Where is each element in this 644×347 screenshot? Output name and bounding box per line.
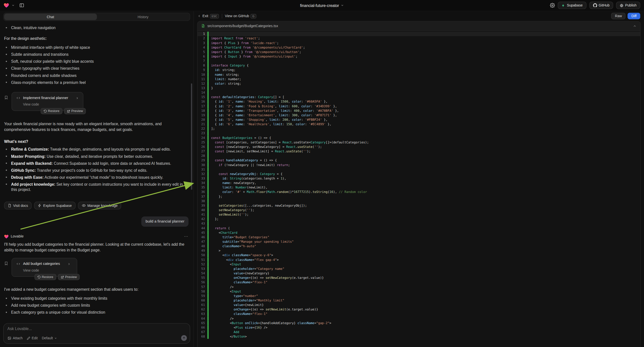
attach-button[interactable]: Attach [8,336,23,340]
code-line: 29 const handleAddCategory = () => { [198,158,640,162]
assistant-intro: I'll help you add budget categories to t… [4,242,188,253]
code-line: 49 > [198,248,640,253]
send-button[interactable] [181,335,187,341]
chevron-up-icon[interactable] [633,24,636,28]
line-number: 66 [198,325,208,330]
code-line: 9 id: string; [198,68,640,72]
bullet-item: Clean, intuitive navigation [11,25,189,30]
preview-button[interactable]: Preview [58,274,80,280]
bookmark-icon[interactable] [4,95,8,100]
view-code-link[interactable]: View code [23,268,73,273]
code-line: 28 [198,154,640,158]
code-line: 17 { id: '2', name: 'Food & Dining', lim… [198,104,640,108]
line-number: 49 [198,248,208,253]
github-label: GitHub [599,3,610,7]
line-number: 17 [198,104,208,108]
code-line: 64 /> [198,316,640,320]
raw-toggle-button[interactable]: Raw [612,13,626,19]
project-switcher[interactable]: financial-future-creator [300,3,344,8]
visit-docs-button[interactable]: Visit docs [4,202,32,209]
restore-button[interactable]: Restore [34,274,56,280]
line-number: 34 [198,181,208,185]
code-lines[interactable]: 12import React from 'react';3import { Pl… [198,31,640,347]
code-icon [16,262,20,266]
code-line: 30 if (!newCategory || !newLimit) return… [198,162,640,167]
message-more-options-button[interactable]: ⋯ [184,234,188,239]
external-link-icon [60,275,64,278]
view-on-github-label: View on GitHub [225,14,249,18]
line-number: 30 [198,162,208,167]
line-number: 36 [198,190,208,194]
line-number: 46 [198,235,208,240]
chat-input[interactable] [4,324,190,334]
code-panel: Exit ESC View on GitHub G Raw Diff [194,11,644,347]
file-code-icon [201,24,205,28]
github-icon [593,3,597,7]
publish-button[interactable]: Publish [616,2,640,9]
chat-message-list[interactable]: Clean, intuitive navigation For the desi… [0,21,194,320]
code-line: 66 <Plus size={16} /> [198,325,640,330]
supabase-bolt-icon [562,4,565,7]
line-number: 57 [198,284,208,289]
line-number: 6 [198,54,208,59]
code-line: 16 { id: '1', name: 'Housing', limit: 15… [198,99,640,104]
bullet-item: GitHub Sync: Transfer your project's cod… [11,168,189,173]
explore-supabase-button[interactable]: Explore Supabase [34,202,76,209]
settings-gear-icon[interactable] [550,3,555,8]
attach-label: Attach [13,336,23,340]
supabase-outline-icon [38,204,42,207]
bullet-item: Soft, neutral color palette with light b… [11,59,189,64]
exit-button[interactable]: Exit ESC [198,14,219,18]
design-bullet-list: Minimalist interface with plenty of whit… [4,45,188,85]
code-line: 57 /> [198,284,640,289]
code-line: 48 className="h-auto" [198,244,640,248]
github-button[interactable]: GitHub [589,2,613,9]
manage-knowledge-button[interactable]: Manage knowledge [78,202,121,209]
bookmark-icon[interactable] [4,261,8,266]
assistant-name: Lovable [11,234,24,239]
code-line: 61 value={newLimit} [198,303,640,307]
code-line: 44 return ( [198,226,640,230]
workspace-chevron-down-icon[interactable] [12,4,15,7]
restore-button[interactable]: Restore [40,108,62,114]
code-line: 12 color: string; [198,82,640,86]
exit-label: Exit [202,14,208,18]
chat-tabbar: Chat History [3,13,190,21]
line-number: 8 [198,63,208,68]
user-message: build a financial planner [142,216,188,226]
line-number: 43 [198,221,208,226]
chat-scrollbar[interactable] [191,84,192,190]
code-line: 40 setNewCategory(''); [198,208,640,212]
line-number: 53 [198,266,208,271]
file-header[interactable]: src/components/budget/BudgetCategories.t… [198,22,640,31]
diff-toggle-button[interactable]: Diff [628,13,640,19]
model-selector[interactable]: Default [42,336,57,340]
preview-button[interactable]: Preview [64,108,86,114]
view-code-link[interactable]: View code [23,102,79,107]
line-number: 31 [198,167,208,172]
code-line: 46 title="Budget Categories" [198,235,640,240]
bullet-item: Expand with Backend: Connect Supabase to… [11,160,189,166]
supabase-button[interactable]: Supabase [558,2,586,9]
line-number: 19 [198,113,208,118]
line-number: 4 [198,45,208,50]
code-line: 24const BudgetCategories = () => { [198,136,640,140]
code-line: 2import React from 'react'; [198,36,640,40]
view-on-github-button[interactable]: View on GitHub G [225,14,256,18]
tab-history[interactable]: History [97,14,190,20]
edit-mode-button[interactable]: Edit [27,336,38,340]
code-line: 18 { id: '3', name: 'Transportation', li… [198,108,640,113]
project-chevron-down-icon [341,4,344,7]
tab-chat[interactable]: Chat [4,14,96,20]
line-number: 10 [198,72,208,77]
sidebar-toggle-icon[interactable] [20,3,24,8]
line-number: 18 [198,108,208,113]
code-line: 43 [198,221,640,226]
added-bullet-list: View existing budget categories with the… [4,296,188,315]
lovable-logo-heart-icon[interactable] [4,3,9,8]
line-number: 12 [198,82,208,86]
line-number: 59 [198,294,208,298]
code-line: 22]; [198,126,640,131]
code-line: 7 [198,59,640,63]
line-number: 41 [198,212,208,217]
